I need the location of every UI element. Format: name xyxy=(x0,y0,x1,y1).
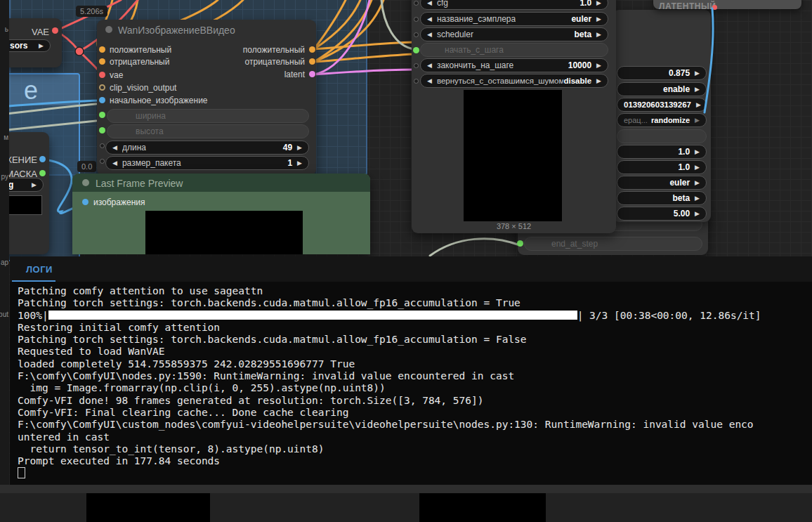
arrow-right-icon[interactable]: ▶ xyxy=(39,43,44,49)
start-step-widget[interactable]: начать_с_шага xyxy=(420,43,608,57)
vae-file-widget[interactable]: sors ▶ xyxy=(3,39,51,52)
node-title: Last Frame Preview xyxy=(96,178,183,189)
widget-strength-2[interactable]: 1.0▶ xyxy=(617,160,707,174)
height-widget[interactable]: высота xyxy=(107,124,309,138)
end-at-step-slot[interactable] xyxy=(517,240,523,247)
widget-seed[interactable]: 013920603139267▶ xyxy=(617,98,707,112)
tab-logs[interactable]: ЛОГИ xyxy=(26,264,53,275)
image-output-slot[interactable] xyxy=(39,156,46,162)
widget-enable[interactable]: enable▶ xyxy=(617,82,707,96)
arrow-right-icon[interactable]: ▶ xyxy=(32,182,37,188)
arrow-left-icon[interactable]: ◀ xyxy=(427,63,432,69)
node-timer-badge: 5.206s xyxy=(76,6,107,17)
sampler-preview-image[interactable] xyxy=(464,90,562,221)
arrow-right-icon[interactable]: ▶ xyxy=(695,164,700,171)
start-step-slot[interactable] xyxy=(413,47,419,53)
input-vae-label: vae xyxy=(110,70,123,80)
widget-denoise[interactable]: 0.875▶ xyxy=(617,66,707,80)
wan-image-to-video-node[interactable]: WanИзображениеВВидео положительный отриц… xyxy=(97,20,316,176)
end-at-step-widget[interactable]: end_at_step xyxy=(524,237,702,251)
collapse-dot[interactable] xyxy=(82,179,89,186)
end-step-slot[interactable] xyxy=(414,63,419,68)
queue-thumbnail[interactable] xyxy=(419,493,546,522)
arrow-right-icon[interactable]: ▶ xyxy=(695,149,700,155)
resolution-label: 378 × 512 xyxy=(412,222,616,230)
arrow-right-icon[interactable]: ▶ xyxy=(596,0,601,6)
arrow-left-icon[interactable]: ◀ xyxy=(427,78,432,84)
return-noise-widget[interactable]: ◀ вернуться_с_оставшимся_шумом disable ▶ xyxy=(420,74,608,88)
queue-thumbnail[interactable] xyxy=(86,493,210,522)
output-latent-slot[interactable] xyxy=(309,71,315,77)
length-slot[interactable] xyxy=(100,143,105,148)
widget-sampler[interactable]: euler▶ xyxy=(617,176,707,190)
output-positive-label: положительный xyxy=(243,45,305,55)
vae-loader-node[interactable]: VAE sors ▶ xyxy=(0,18,62,67)
input-vae-slot[interactable] xyxy=(99,72,105,78)
mask-output-slot[interactable] xyxy=(39,170,46,176)
return-noise-slot[interactable] xyxy=(414,79,419,84)
comfyui-canvas[interactable]: е xyxy=(0,0,812,522)
arrow-left-icon[interactable]: ◀ xyxy=(112,160,117,167)
arrow-right-icon[interactable]: ▶ xyxy=(696,102,701,108)
log-line: Comfy-VFI: Final clearing cache... Done … xyxy=(18,407,809,419)
input-positive-slot[interactable] xyxy=(99,46,105,53)
images-input-label: изображения xyxy=(93,197,145,207)
arrow-left-icon[interactable]: ◀ xyxy=(427,0,432,6)
arrow-right-icon[interactable]: ▶ xyxy=(596,63,601,69)
widget-empty[interactable] xyxy=(617,129,707,143)
arrow-right-icon[interactable]: ▶ xyxy=(596,78,601,84)
cfg-slot[interactable] xyxy=(414,1,419,6)
arrow-right-icon[interactable]: ▶ xyxy=(596,32,601,38)
widget-cfg2[interactable]: 5.00▶ xyxy=(617,207,707,221)
arrow-right-icon[interactable]: ▶ xyxy=(695,70,700,77)
arrow-right-icon[interactable]: ▶ xyxy=(297,145,302,151)
sampler-node[interactable]: ◀ cfg 1.0 ▶ ◀ название_сэмплера euler ▶ … xyxy=(412,0,616,233)
last-frame-preview-node[interactable]: Last Frame Preview изображения xyxy=(72,174,370,254)
arrow-right-icon[interactable]: ▶ xyxy=(695,86,700,93)
latent-slot[interactable] xyxy=(712,5,717,10)
log-lines[interactable]: Patching comfy attention to use sageattn… xyxy=(18,285,809,485)
log-panel[interactable]: ЛОГИ Patching comfy attention to use sag… xyxy=(10,256,812,485)
arrow-left-icon[interactable]: ◀ xyxy=(427,16,432,22)
widget-scheduler[interactable]: beta▶ xyxy=(617,191,707,205)
cfg-widget[interactable]: ◀ cfg 1.0 ▶ xyxy=(420,0,608,10)
options-node[interactable]: 0.875▶ enable▶ 013920603139267▶ ерац... … xyxy=(613,10,711,222)
latent-node-header[interactable]: ЛАТЕНТНЫЙ xyxy=(653,0,801,9)
width-slot[interactable] xyxy=(99,112,105,118)
arrow-right-icon[interactable]: ▶ xyxy=(695,195,700,202)
batch-size-slot[interactable] xyxy=(100,159,105,164)
scheduler-slot[interactable] xyxy=(414,32,419,37)
latent-label: ЛАТЕНТНЫЙ xyxy=(659,1,716,11)
image-thumb[interactable] xyxy=(4,195,42,215)
batch-size-widget[interactable]: ◀ размер_пакета 1 ▶ xyxy=(105,156,309,170)
arrow-right-icon[interactable]: ▶ xyxy=(695,117,700,124)
length-widget[interactable]: ◀ длина 49 ▶ xyxy=(105,141,309,155)
widget-control-after-generate[interactable]: ерац... randomize▶ xyxy=(617,113,707,127)
arrow-right-icon[interactable]: ▶ xyxy=(596,16,601,22)
height-slot[interactable] xyxy=(99,127,105,133)
width-widget[interactable]: ширина xyxy=(107,109,309,123)
output-negative-slot[interactable] xyxy=(309,58,315,65)
output-positive-slot[interactable] xyxy=(309,46,315,53)
images-input-slot[interactable] xyxy=(82,199,89,205)
log-line: untered in cast xyxy=(18,431,809,443)
sampler-name-slot[interactable] xyxy=(414,17,419,22)
arrow-right-icon[interactable]: ▶ xyxy=(695,180,700,186)
arrow-right-icon[interactable]: ▶ xyxy=(695,211,700,217)
log-line: Prompt executed in 177.84 seconds xyxy=(18,455,809,467)
scheduler-widget[interactable]: ◀ scheduler beta ▶ xyxy=(420,27,608,41)
preview-image[interactable] xyxy=(145,211,303,254)
collapse-dot[interactable] xyxy=(105,26,112,33)
input-start-image-slot[interactable] xyxy=(99,97,105,103)
arrow-right-icon[interactable]: ▶ xyxy=(297,160,302,167)
log-line: 100%|| 3/3 [00:38<00:00, 12.86s/it] xyxy=(18,310,809,322)
arrow-left-icon[interactable]: ◀ xyxy=(427,32,432,38)
end-step-widget[interactable]: ◀ закончить_на_шаге 10000 ▶ xyxy=(420,58,608,72)
input-clip-vision-slot[interactable] xyxy=(99,84,105,91)
input-negative-slot[interactable] xyxy=(99,58,105,65)
vae-output-slot[interactable] xyxy=(52,27,58,34)
arrow-left-icon[interactable]: ◀ xyxy=(112,145,117,151)
sampler-name-widget[interactable]: ◀ название_сэмплера euler ▶ xyxy=(420,12,608,26)
widget-strength-1[interactable]: 1.0▶ xyxy=(617,145,707,159)
text-fragment: ру xyxy=(1,173,8,181)
